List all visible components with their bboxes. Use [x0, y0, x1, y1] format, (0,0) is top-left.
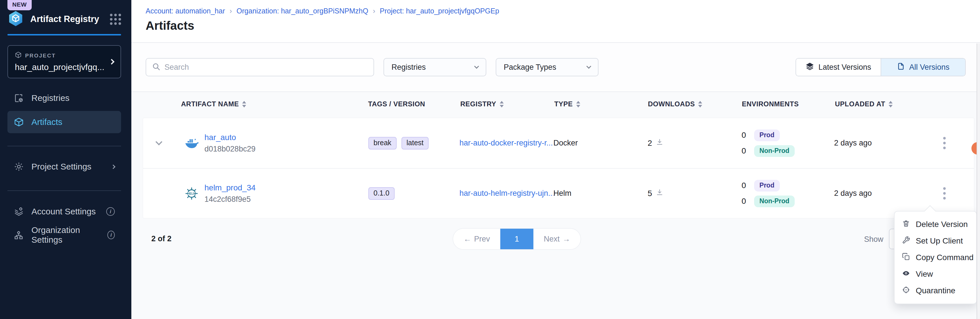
menu-item-label: Delete Version: [916, 220, 968, 229]
menu-item-set-up-client[interactable]: Set Up Client: [895, 233, 976, 249]
chevron-down-icon: [587, 64, 591, 69]
next-page-button[interactable]: Next →: [533, 229, 581, 249]
sidebar-divider: [8, 146, 121, 146]
sidebar-item-artifacts[interactable]: Artifacts: [8, 111, 121, 133]
tag-badge: 0.1.0: [368, 187, 395, 200]
scrollbar-track[interactable]: [977, 43, 980, 319]
breadcrumb: Account: automation_har › Organization: …: [146, 7, 980, 15]
prev-label: Prev: [474, 234, 490, 244]
sidebar-nav: Registries Artifacts: [8, 87, 121, 133]
sidebar-account-nav: Account Settings i Organization Settings…: [8, 200, 121, 246]
result-count: 2 of 2: [151, 234, 172, 243]
artifact-registry-logo-icon: [8, 10, 24, 28]
artifact-type: Helm: [554, 189, 647, 198]
prev-page-button[interactable]: ← Prev: [453, 229, 500, 249]
artifact-digest: d018b028bc29: [204, 145, 256, 153]
show-label: Show: [864, 235, 883, 244]
menu-item-label: Quarantine: [916, 286, 955, 295]
sidebar-item-registries[interactable]: Registries: [8, 87, 121, 109]
toggle-label: All Versions: [909, 63, 950, 72]
registries-filter-dropdown[interactable]: Registries: [383, 58, 486, 76]
row-actions-kebab-icon[interactable]: [940, 184, 949, 203]
artifact-name-link[interactable]: har_auto: [204, 133, 256, 142]
page-header: Account: automation_har › Organization: …: [131, 0, 980, 43]
column-header-environments: ENVIRONMENTS: [741, 100, 834, 108]
breadcrumb-organization-link[interactable]: Organization: har_auto_orgBPiSNPMzhQ: [236, 7, 368, 15]
column-header-registry[interactable]: REGISTRY: [459, 100, 553, 108]
column-label: UPLOADED AT: [835, 100, 885, 108]
downloads-count: 2: [648, 139, 652, 148]
page-number-button[interactable]: 1: [500, 229, 533, 249]
latest-versions-button[interactable]: Latest Versions: [796, 59, 881, 76]
info-icon[interactable]: i: [107, 231, 115, 239]
row-actions-kebab-icon[interactable]: [940, 134, 949, 153]
row-context-menu: Delete Version Set Up Client Copy Com: [894, 211, 977, 304]
menu-item-view[interactable]: View: [895, 266, 976, 282]
search-icon: [152, 62, 161, 72]
all-versions-button[interactable]: All Versions: [881, 59, 965, 76]
tag-badge: break: [368, 137, 397, 150]
table-footer: 2 of 2 ← Prev 1 Next → Show: [131, 228, 980, 254]
docker-icon: [185, 136, 199, 150]
chevron-right-icon: [109, 59, 115, 65]
column-header-type[interactable]: TYPE: [553, 100, 647, 108]
registries-folder-icon: [14, 93, 24, 103]
registry-link[interactable]: har-auto-docker-registry-r...: [460, 139, 554, 147]
menu-item-label: Set Up Client: [916, 236, 963, 246]
breadcrumb-account-link[interactable]: Account: automation_har: [146, 7, 225, 15]
column-header-downloads[interactable]: DOWNLOADS: [647, 100, 741, 108]
project-selector[interactable]: PROJECT har_auto_projectjvfgq...: [8, 45, 121, 78]
sidebar-item-label: Organization Settings: [32, 225, 100, 245]
menu-item-label: View: [916, 270, 933, 279]
sort-icon: [242, 101, 246, 107]
artifacts-cube-icon: [14, 117, 24, 127]
search-box: [146, 58, 374, 76]
column-header-artifact-name[interactable]: ARTIFACT NAME: [174, 100, 367, 108]
env-count: 0: [741, 181, 746, 190]
sort-icon: [889, 101, 892, 107]
app-switcher-icon[interactable]: [110, 14, 121, 25]
sidebar-settings-nav: Project Settings: [8, 155, 121, 178]
gear-icon: [14, 161, 24, 172]
sidebar-item-project-settings[interactable]: Project Settings: [8, 155, 121, 178]
project-cube-icon: [15, 51, 22, 60]
expand-row-chevron-icon[interactable]: [155, 138, 162, 145]
registry-link[interactable]: har-auto-helm-registry-ujn...: [460, 189, 554, 198]
env-nonprod-badge: Non-Prod: [754, 145, 795, 157]
sidebar-item-account-settings[interactable]: Account Settings i: [8, 200, 121, 223]
downloads-count: 5: [648, 189, 652, 198]
menu-item-copy-command[interactable]: Copy Command: [895, 249, 976, 266]
next-label: Next: [544, 234, 560, 244]
column-label: ARTIFACT NAME: [181, 100, 239, 108]
org-gear-icon: [14, 230, 24, 240]
toolbar: Registries Package Types Latest Versions: [131, 43, 980, 92]
artifact-name-link[interactable]: helm_prod_34: [204, 183, 256, 192]
layers-gear-icon: [14, 206, 24, 217]
sort-icon: [500, 101, 504, 107]
breadcrumb-separator: ›: [229, 7, 232, 15]
sidebar-divider: [8, 190, 121, 191]
uploaded-at: 2 days ago: [834, 139, 914, 147]
chevron-right-icon: [111, 164, 116, 169]
search-input[interactable]: [164, 63, 368, 72]
info-icon[interactable]: i: [106, 207, 115, 216]
breadcrumb-project-link[interactable]: Project: har_auto_projectjvfgqOPGEp: [380, 7, 499, 15]
toggle-label: Latest Versions: [818, 63, 871, 72]
column-header-uploaded-at[interactable]: UPLOADED AT: [834, 100, 914, 108]
artifact-type: Docker: [554, 139, 647, 147]
download-icon: [655, 188, 663, 198]
app-title: Artifact Registry: [30, 14, 103, 24]
package-types-filter-dropdown[interactable]: Package Types: [496, 58, 598, 76]
env-nonprod-badge: Non-Prod: [754, 196, 795, 207]
svg-text:HELM: HELM: [188, 192, 196, 195]
menu-item-label: Copy Command: [916, 253, 974, 262]
column-label: ENVIRONMENTS: [742, 100, 799, 108]
menu-item-quarantine[interactable]: Quarantine: [895, 282, 976, 299]
sidebar-item-organization-settings[interactable]: Organization Settings i: [8, 224, 121, 246]
chevron-down-icon: [474, 64, 479, 69]
breadcrumb-separator: ›: [373, 7, 375, 15]
menu-item-delete-version[interactable]: Delete Version: [895, 216, 976, 233]
column-label: TAGS / VERSION: [368, 100, 425, 108]
sidebar: NEW Artifact Registry: [0, 0, 131, 319]
crosshair-icon: [902, 286, 910, 296]
